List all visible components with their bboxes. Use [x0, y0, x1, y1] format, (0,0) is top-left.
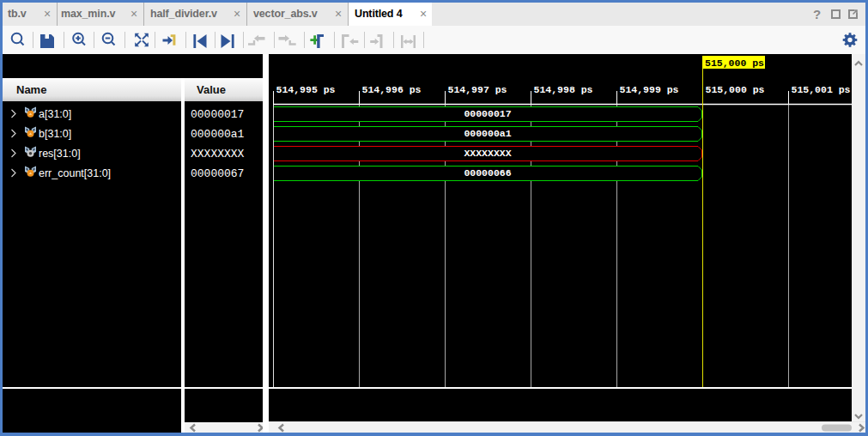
- svg-text:514,996 ps: 514,996 ps: [362, 84, 422, 95]
- svg-text:000000a1: 000000a1: [464, 128, 511, 139]
- svg-text:514,998 ps: 514,998 ps: [534, 84, 593, 95]
- svg-text:514,999 ps: 514,999 ps: [620, 84, 679, 95]
- svg-text:00000017: 00000017: [464, 108, 511, 119]
- svg-text:515,000 ps: 515,000 ps: [706, 84, 765, 95]
- svg-text:514,997 ps: 514,997 ps: [448, 84, 507, 95]
- svg-text:514,995 ps: 514,995 ps: [276, 84, 336, 95]
- svg-text:515,000 ps: 515,000 ps: [705, 58, 764, 69]
- svg-text:XXXXXXXX: XXXXXXXX: [464, 148, 511, 159]
- svg-text:00000066: 00000066: [464, 167, 511, 179]
- svg-text:?: ?: [813, 7, 821, 21]
- svg-text:515,001 ps: 515,001 ps: [792, 84, 851, 95]
